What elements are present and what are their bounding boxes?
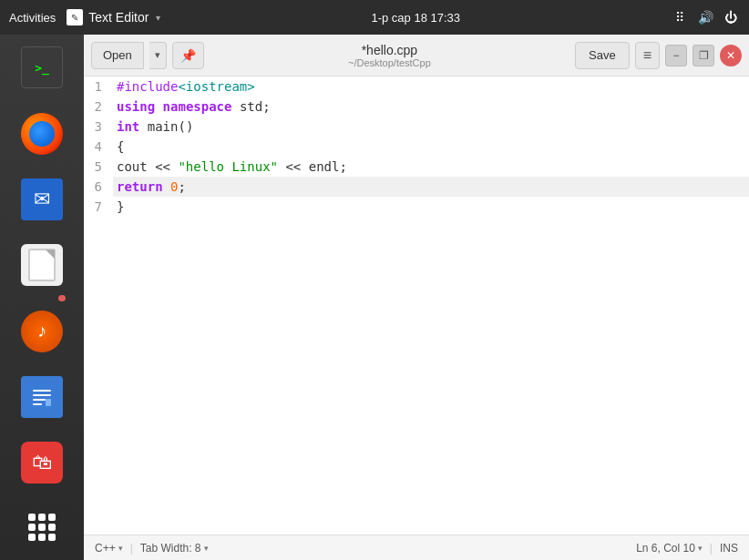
code-line-7: 7 } [84,197,749,217]
app-name: Text Editor [88,10,149,25]
svg-rect-5 [46,399,51,406]
pin-button[interactable]: 📌 [172,42,204,69]
center-info: 1-p cap 18 17:33 [371,11,460,25]
line-content-6: return 0; [113,177,749,197]
code-line-6: 6 return 0; [84,177,749,197]
system-bar: Activities ✎ Text Editor ▾ 1-p cap 18 17… [0,0,749,35]
position-selector[interactable]: Ln 6, Col 10 ▾ [636,542,703,555]
dock-item-audio[interactable]: ♪ [10,300,74,361]
line-number-6: 6 [84,177,113,197]
line-number-1: 1 [84,76,113,97]
dock: >_ ✉ ♪ [0,35,84,560]
dock-item-writer[interactable] [10,366,74,428]
firefox-icon [21,113,63,155]
app-icon: ✎ [67,9,83,25]
tab-title: *hello.cpp ~/Desktop/testCpp [210,43,569,68]
language-selector[interactable]: C++ ▾ [95,542,123,555]
audio-icon: ♪ [21,311,63,352]
dock-item-allapps[interactable] [10,496,74,558]
language-arrow: ▾ [118,544,123,553]
line-content-5: cout << "hello Linux" << endl; [113,157,749,177]
line-number-5: 5 [84,157,113,177]
open-button[interactable]: Open [91,42,144,69]
line-number-4: 4 [84,137,113,157]
volume-icon[interactable]: 🔊 [696,8,714,26]
svg-rect-0 [27,382,56,412]
line-content-1: #include<iostream> [113,76,749,97]
power-icon[interactable]: ⏻ [722,8,740,26]
writer-icon [21,376,63,418]
dock-item-mail[interactable]: ✉ [10,168,74,230]
line-number-7: 7 [84,197,113,217]
app-title-group: ✎ Text Editor ▾ [67,9,160,25]
terminal-icon: >_ [21,46,63,88]
insert-mode-label: INS [720,542,738,555]
line-content-4: { [113,137,749,157]
code-line-4: 4 { [84,137,749,157]
svg-rect-3 [33,399,46,401]
code-line-3: 3 int main() [84,117,749,137]
tab-filename: *hello.cpp [210,43,569,57]
code-editor[interactable]: 1 #include<iostream> 2 using namespace s… [84,76,749,535]
open-dropdown-button[interactable]: ▾ [149,42,167,69]
line-content-7: } [113,197,749,217]
position-arrow: ▾ [698,544,703,553]
allapps-icon [21,506,63,548]
code-line-2: 2 using namespace std; [84,97,749,117]
mail-icon: ✉ [21,178,63,220]
line-number-2: 2 [84,97,113,117]
main-layout: >_ ✉ ♪ [0,35,749,560]
dock-item-files[interactable] [10,234,74,296]
position-label: Ln 6, Col 10 [636,542,695,555]
tray-icons: ⠿ 🔊 ⏻ [671,8,740,26]
network-icon[interactable]: ⠿ [671,8,689,26]
activities-button[interactable]: Activities [9,11,56,25]
code-line-5: 5 cout << "hello Linux" << endl; [84,157,749,177]
svg-rect-2 [33,394,51,396]
tab-width-arrow: ▾ [204,544,209,553]
appstore-icon: 🛍 [21,442,63,484]
editor-window: Open ▾ 📌 *hello.cpp ~/Desktop/testCpp Sa… [84,35,749,560]
code-line-1: 1 #include<iostream> [84,76,749,97]
svg-rect-4 [33,403,42,405]
tab-width-label: Tab Width: 8 [140,542,201,555]
minimize-button[interactable]: − [665,45,687,66]
tab-path: ~/Desktop/testCpp [210,57,569,68]
files-icon [21,244,63,286]
line-number-3: 3 [84,117,113,137]
close-button[interactable]: ✕ [720,45,742,66]
files-icon-inner [28,249,56,281]
line-content-3: int main() [113,117,749,137]
dock-item-terminal[interactable]: >_ [10,36,74,98]
restore-button[interactable]: ❐ [693,45,714,66]
dock-item-firefox[interactable] [10,102,74,164]
insert-mode: INS [720,542,738,555]
menu-button[interactable]: ≡ [635,42,660,69]
dock-item-appstore[interactable]: 🛍 [10,432,74,494]
status-divider-2: | [710,542,713,555]
status-bar: C++ ▾ | Tab Width: 8 ▾ Ln 6, Col 10 ▾ | … [84,535,749,560]
editor-toolbar: Open ▾ 📌 *hello.cpp ~/Desktop/testCpp Sa… [84,35,749,76]
save-button[interactable]: Save [575,42,630,69]
tab-width-selector[interactable]: Tab Width: 8 ▾ [140,542,209,555]
line-content-2: using namespace std; [113,97,749,117]
svg-rect-1 [33,390,51,392]
status-divider-1: | [130,542,133,555]
language-label: C++ [95,542,116,555]
app-dropdown-arrow[interactable]: ▾ [156,13,160,23]
